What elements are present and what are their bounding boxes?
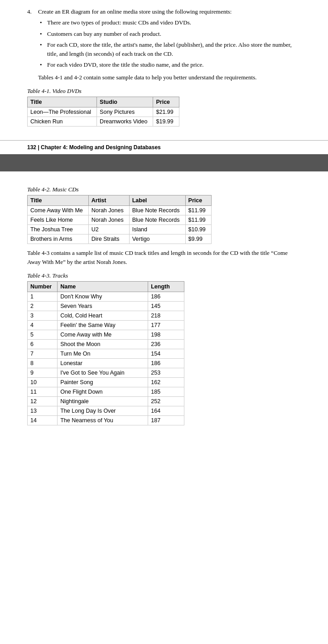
page-top: 4. Create an ER diagram for an online me… bbox=[0, 0, 328, 140]
table-cell: Norah Jones bbox=[88, 205, 129, 215]
bullet-dot: • bbox=[40, 18, 44, 27]
table-cell: 145 bbox=[148, 301, 184, 311]
table-cell: Lonestar bbox=[58, 358, 148, 368]
table-cell: 9 bbox=[28, 368, 58, 377]
item-number: 4. bbox=[27, 8, 35, 82]
numbered-item-4: 4. Create an ER diagram for an online me… bbox=[27, 8, 301, 82]
table-tracks: NumberNameLength 1Don't Know Why1862Seve… bbox=[27, 281, 184, 425]
table-cell: Sony Pictures bbox=[97, 107, 153, 117]
table2-header-row: TitleArtistLabelPrice bbox=[28, 195, 212, 205]
table3-caption: Table 4-3. Tracks bbox=[27, 272, 301, 279]
table-cell: Cold, Cold Heart bbox=[58, 311, 148, 320]
table-row: 14The Nearness of You187 bbox=[28, 415, 184, 425]
table-cell: 253 bbox=[148, 368, 184, 377]
table-cell: 186 bbox=[148, 292, 184, 301]
table3-body: 1Don't Know Why1862Seven Years1453Cold, … bbox=[28, 292, 184, 425]
item-content: Create an ER diagram for an online media… bbox=[38, 8, 301, 82]
chapter-title: Chapter 4: Modeling and Designing Databa… bbox=[41, 144, 161, 151]
table-cell: $9.99 bbox=[185, 234, 211, 244]
table-cell: Come Away With Me bbox=[28, 205, 89, 215]
page-number: 132 bbox=[27, 144, 36, 151]
table-cell: I've Got to See You Again bbox=[58, 368, 148, 377]
table-cell: $11.99 bbox=[185, 215, 211, 224]
table-cell: Dreamworks Video bbox=[97, 117, 153, 126]
table-cell: One Flight Down bbox=[58, 387, 148, 396]
table-row: Come Away With MeNorah JonesBlue Note Re… bbox=[28, 205, 212, 215]
table-music-cds: TitleArtistLabelPrice Come Away With MeN… bbox=[27, 195, 212, 244]
table-cell: Leon—The Professional bbox=[28, 107, 97, 117]
table-cell: Painter Song bbox=[58, 377, 148, 387]
table1-header-cell: Price bbox=[153, 97, 179, 107]
table-row: 3Cold, Cold Heart218 bbox=[28, 311, 184, 320]
table-cell: Feels Like Home bbox=[28, 215, 89, 224]
table-cell: The Nearness of You bbox=[58, 415, 148, 425]
table2-header-cell: Artist bbox=[88, 195, 129, 205]
table-row: 5Come Away with Me198 bbox=[28, 330, 184, 339]
table-cell: 185 bbox=[148, 387, 184, 396]
table-row: 12Nightingale252 bbox=[28, 396, 184, 406]
bullet-dot: • bbox=[40, 29, 44, 39]
table-cell: 13 bbox=[28, 406, 58, 415]
table-row: 2Seven Years145 bbox=[28, 301, 184, 311]
table-row: Leon—The ProfessionalSony Pictures$21.99 bbox=[28, 107, 179, 117]
bullet-text: There are two types of product: music CD… bbox=[47, 18, 191, 27]
table-row: 9I've Got to See You Again253 bbox=[28, 368, 184, 377]
table2-header-cell: Label bbox=[129, 195, 185, 205]
table-cell: 8 bbox=[28, 358, 58, 368]
table-row: Brothers in ArmsDire StraitsVertigo$9.99 bbox=[28, 234, 212, 244]
table-cell: 4 bbox=[28, 320, 58, 330]
table-video-dvds: TitleStudioPrice Leon—The ProfessionalSo… bbox=[27, 97, 179, 127]
table-row: Feels Like HomeNorah JonesBlue Note Reco… bbox=[28, 215, 212, 224]
table-cell: $19.99 bbox=[153, 117, 179, 126]
table3-header-row: NumberNameLength bbox=[28, 281, 184, 292]
table-cell: The Joshua Tree bbox=[28, 224, 89, 234]
table-cell: Norah Jones bbox=[88, 215, 129, 224]
table-cell: 5 bbox=[28, 330, 58, 339]
paragraph2: Table 4-3 contains a sample list of musi… bbox=[27, 249, 301, 267]
bullet-text: For each CD, store the title, the artist… bbox=[47, 40, 301, 58]
table1-header-cell: Title bbox=[28, 97, 97, 107]
table-cell: Seven Years bbox=[58, 301, 148, 311]
table-cell: U2 bbox=[88, 224, 129, 234]
table-cell: Blue Note Records bbox=[129, 205, 185, 215]
table-cell: Island bbox=[129, 224, 185, 234]
bullet-text: For each video DVD, store the title the … bbox=[47, 60, 203, 69]
table-cell: 198 bbox=[148, 330, 184, 339]
table-cell: Feelin' the Same Way bbox=[58, 320, 148, 330]
bullet-item: •For each CD, store the title, the artis… bbox=[40, 40, 301, 58]
item-text: Create an ER diagram for an online media… bbox=[38, 8, 232, 15]
bullet-list: •There are two types of product: music C… bbox=[38, 18, 301, 69]
table-cell: 11 bbox=[28, 387, 58, 396]
table-cell: $11.99 bbox=[185, 205, 211, 215]
table-cell: 10 bbox=[28, 377, 58, 387]
table-row: The Joshua TreeU2Island$10.99 bbox=[28, 224, 212, 234]
table1-header-row: TitleStudioPrice bbox=[28, 97, 179, 107]
bullet-item: •There are two types of product: music C… bbox=[40, 18, 301, 27]
table-cell: 154 bbox=[148, 349, 184, 358]
table-row: 11One Flight Down185 bbox=[28, 387, 184, 396]
bullet-dot: • bbox=[40, 60, 44, 69]
table-cell: 252 bbox=[148, 396, 184, 406]
table-cell: Dire Straits bbox=[88, 234, 129, 244]
bullet-text: Customers can buy any number of each pro… bbox=[47, 29, 161, 39]
table-cell: Turn Me On bbox=[58, 349, 148, 358]
table-cell: 1 bbox=[28, 292, 58, 301]
table-cell: 187 bbox=[148, 415, 184, 425]
table2-header-cell: Price bbox=[185, 195, 211, 205]
table-cell: 2 bbox=[28, 301, 58, 311]
table-cell: Chicken Run bbox=[28, 117, 97, 126]
table-cell: Don't Know Why bbox=[58, 292, 148, 301]
bullet-item: •For each video DVD, store the title the… bbox=[40, 60, 301, 69]
dark-separator bbox=[0, 154, 328, 171]
table1-caption: Table 4-1. Video DVDs bbox=[27, 88, 301, 95]
table-row: 7Turn Me On154 bbox=[28, 349, 184, 358]
table-cell: 162 bbox=[148, 377, 184, 387]
table-cell: Brothers in Arms bbox=[28, 234, 89, 244]
table-cell: Vertigo bbox=[129, 234, 185, 244]
table-cell: 218 bbox=[148, 311, 184, 320]
bullet-item: •Customers can buy any number of each pr… bbox=[40, 29, 301, 39]
table-cell: 7 bbox=[28, 349, 58, 358]
table-row: 6Shoot the Moon236 bbox=[28, 339, 184, 349]
table-cell: Nightingale bbox=[58, 396, 148, 406]
table-cell: Blue Note Records bbox=[129, 215, 185, 224]
